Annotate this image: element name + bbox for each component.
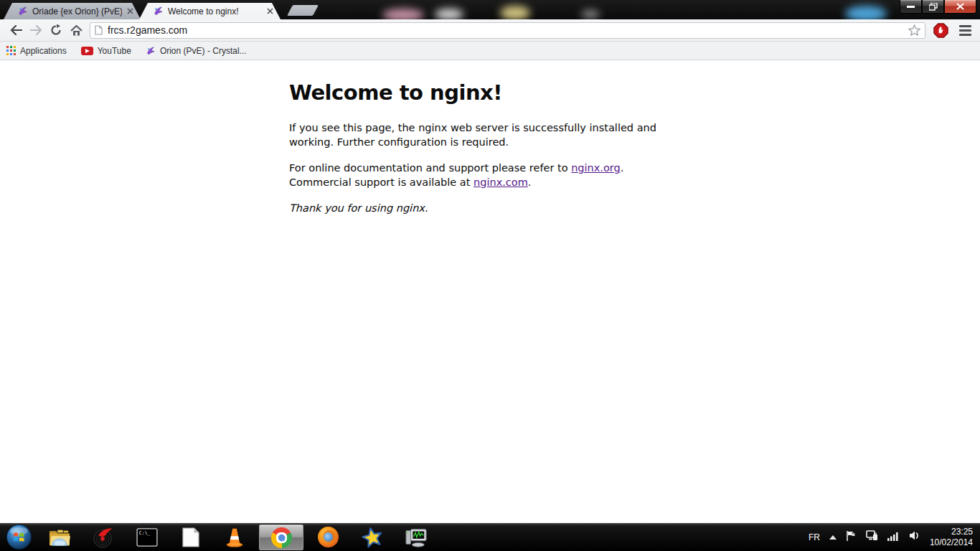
- glass-reflection: [500, 6, 530, 19]
- menu-icon[interactable]: [956, 22, 974, 38]
- glass-reflection: [581, 10, 600, 19]
- support-text: .: [528, 176, 532, 188]
- bookmark-star-icon[interactable]: [908, 24, 920, 36]
- system-tray: FR: [809, 527, 980, 548]
- orion-favicon: [17, 6, 28, 17]
- support-text: .: [621, 162, 624, 174]
- nginx-org-link[interactable]: nginx.org: [571, 162, 621, 174]
- volume-icon[interactable]: [909, 530, 920, 544]
- close-button[interactable]: [944, 0, 976, 14]
- forward-button[interactable]: [26, 21, 46, 39]
- bookmarks-bar: Applications YouTube Orion (PvE) - Cryst…: [0, 42, 980, 60]
- tray-date: 10/02/2014: [930, 537, 973, 548]
- tab-oriade[interactable]: Oriade {ex Orion} (PvE) - C: [4, 3, 141, 19]
- support-paragraph: For online documentation and support ple…: [289, 161, 734, 189]
- omnibox[interactable]: frcs.r2games.com: [90, 22, 925, 39]
- glass-reflection: [382, 9, 424, 19]
- chrome-icon: [271, 527, 292, 548]
- thanks-paragraph: Thank you for using nginx.: [289, 202, 734, 216]
- back-button[interactable]: [6, 21, 26, 39]
- tab-nginx[interactable]: Welcome to nginx!: [139, 3, 281, 19]
- intro-paragraph: If you see this page, the nginx web serv…: [289, 121, 734, 149]
- page-viewport: Welcome to nginx! If you see this page, …: [0, 61, 980, 523]
- apps-grid-icon: [6, 46, 16, 55]
- system-monitor-icon[interactable]: [394, 523, 438, 551]
- vlc-icon[interactable]: [212, 523, 256, 551]
- browser-toolbar: frcs.r2games.com: [0, 19, 980, 42]
- show-hidden-icons-button[interactable]: [829, 535, 837, 540]
- taskbar-icons: C:\_: [0, 523, 438, 551]
- page-icon: [95, 25, 103, 35]
- support-text: For online documentation and support ple…: [289, 162, 571, 174]
- bookmark-orion[interactable]: Orion (PvE) - Crystal...: [146, 46, 247, 56]
- nginx-com-link[interactable]: nginx.com: [473, 176, 528, 188]
- reload-button[interactable]: [46, 21, 66, 39]
- action-center-flag-icon[interactable]: [846, 530, 857, 545]
- support-text: Commercial support is available at: [289, 176, 473, 188]
- bookmark-youtube[interactable]: YouTube: [81, 46, 131, 56]
- tab-close-icon[interactable]: [125, 6, 135, 17]
- tray-time: 23:25: [930, 527, 973, 537]
- adblock-icon[interactable]: [932, 22, 949, 39]
- network-icon[interactable]: [866, 530, 878, 545]
- star-app-icon[interactable]: [350, 523, 394, 551]
- tab-title: Oriade {ex Orion} (PvE) - C: [32, 6, 122, 17]
- orion-favicon: [153, 6, 164, 17]
- titlebar: Oriade {ex Orion} (PvE) - C Welcome to n…: [0, 0, 980, 19]
- glass-reflection: [845, 6, 887, 19]
- explorer-icon[interactable]: [37, 523, 81, 551]
- command-prompt-icon[interactable]: C:\_: [125, 523, 169, 551]
- document-icon[interactable]: [169, 523, 212, 551]
- bookmark-applications[interactable]: Applications: [6, 46, 67, 56]
- glass-reflection: [435, 9, 463, 19]
- home-button[interactable]: [66, 21, 86, 39]
- youtube-icon: [81, 47, 93, 55]
- tab-close-icon[interactable]: [265, 6, 275, 17]
- cmd-prompt-glyph: C:\_: [138, 530, 150, 536]
- chrome-taskbar-button[interactable]: [256, 523, 306, 551]
- tab-title: Welcome to nginx!: [168, 6, 262, 17]
- url-text[interactable]: frcs.r2games.com: [108, 24, 908, 36]
- start-button[interactable]: [0, 523, 37, 551]
- bookmark-label: Orion (PvE) - Crystal...: [160, 46, 247, 56]
- active-app-frame: [259, 524, 303, 550]
- new-tab-button[interactable]: [287, 5, 319, 16]
- taskbar: C:\_: [0, 523, 980, 551]
- bookmark-label: YouTube: [98, 46, 131, 56]
- minimize-button[interactable]: [900, 0, 922, 14]
- firefox-icon[interactable]: [306, 523, 350, 551]
- tray-clock[interactable]: 23:25 10/02/2014: [930, 527, 973, 548]
- nginx-welcome-content: Welcome to nginx! If you see this page, …: [289, 80, 734, 228]
- aimp-media-player-icon[interactable]: [81, 523, 125, 551]
- language-indicator[interactable]: FR: [809, 532, 820, 542]
- page-title: Welcome to nginx!: [289, 80, 734, 105]
- orion-favicon: [146, 46, 156, 56]
- bookmark-label: Applications: [20, 46, 67, 56]
- restore-button[interactable]: [922, 0, 944, 14]
- wireless-signal-icon[interactable]: [887, 531, 900, 544]
- window-controls: [900, 0, 976, 14]
